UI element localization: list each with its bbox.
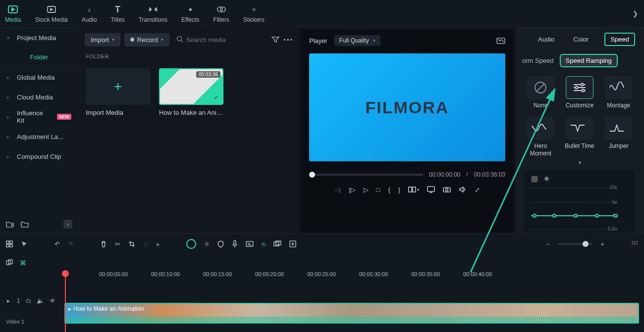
playhead[interactable] bbox=[65, 271, 66, 332]
player-panel: Player Full Quality▾ FILMORA 00:00:00:00… bbox=[302, 31, 512, 233]
zoom-out-icon[interactable]: − bbox=[546, 240, 550, 248]
subtitle-icon[interactable] bbox=[246, 240, 254, 247]
crop-icon[interactable] bbox=[128, 240, 135, 247]
more-tabs-chevron[interactable]: ❯ bbox=[630, 9, 640, 19]
preview-viewport[interactable]: FILMORA bbox=[309, 53, 505, 161]
preset-none[interactable]: None bbox=[525, 76, 556, 109]
layout-grid-icon[interactable] bbox=[6, 240, 13, 247]
redo-icon[interactable]: ↷ bbox=[68, 240, 73, 248]
play-icon[interactable]: ▷ bbox=[364, 186, 369, 193]
ai-face-icon[interactable] bbox=[186, 239, 196, 249]
keyframe-handle[interactable] bbox=[595, 214, 599, 218]
nesting-icon[interactable] bbox=[6, 259, 13, 266]
tab-effects[interactable]: ✦Effects bbox=[180, 2, 200, 25]
zoom-in-icon[interactable]: + bbox=[600, 240, 604, 248]
slider-knob-icon[interactable] bbox=[309, 172, 315, 178]
playback-slider[interactable] bbox=[309, 174, 423, 176]
link-icon[interactable]: ⌘ bbox=[20, 259, 26, 267]
svg-point-4 bbox=[177, 36, 181, 41]
subtab-speed-ramping[interactable]: Speed Ramping bbox=[560, 54, 618, 67]
search-input[interactable] bbox=[186, 36, 265, 44]
nav-project-media[interactable]: ▾Project Media bbox=[0, 28, 78, 47]
timeline-view-icon[interactable] bbox=[631, 240, 638, 247]
media-clip-card[interactable]: 00:03:36 ✓ How to Make an Anim... bbox=[159, 68, 223, 116]
more-icon[interactable]: ••• bbox=[283, 36, 293, 44]
stop-icon[interactable]: □ bbox=[376, 186, 380, 193]
preset-hero-moment[interactable]: Hero Moment bbox=[525, 117, 556, 157]
sparkle-icon: ✦ bbox=[185, 4, 196, 15]
tab-transitions[interactable]: Transitions bbox=[138, 2, 168, 25]
total-time: 00:03:36:03 bbox=[474, 171, 505, 178]
panel-tab-color[interactable]: Color bbox=[570, 34, 591, 45]
keyframe-handle[interactable] bbox=[614, 214, 618, 218]
import-media-card[interactable]: + Import Media bbox=[86, 68, 150, 116]
keyframe-handle[interactable] bbox=[552, 214, 556, 218]
panel-tab-speed[interactable]: Speed bbox=[604, 33, 635, 46]
cursor-select-icon[interactable] bbox=[21, 240, 28, 247]
timeline-clip[interactable]: ▸How to Make an Animation bbox=[64, 303, 639, 324]
split-icon[interactable]: ✂ bbox=[115, 240, 120, 248]
quality-dropdown[interactable]: Full Quality▾ bbox=[334, 35, 380, 46]
beat-detect-icon[interactable]: ♫ bbox=[143, 240, 148, 248]
undo-icon[interactable]: ↶ bbox=[54, 240, 60, 248]
more-tools-icon[interactable]: » bbox=[156, 240, 160, 248]
mic-icon[interactable] bbox=[232, 240, 238, 248]
group-icon[interactable] bbox=[273, 240, 281, 247]
keyframe-handle[interactable] bbox=[533, 214, 537, 218]
svg-rect-19 bbox=[10, 244, 12, 247]
nav-folder-tab[interactable]: Folder bbox=[0, 47, 78, 67]
enhance-icon[interactable]: ✺ bbox=[204, 240, 210, 248]
zoom-slider[interactable] bbox=[558, 243, 592, 245]
freeze-frame-icon[interactable]: ❄ bbox=[544, 175, 549, 183]
marker-icon[interactable]: ⎋ bbox=[262, 240, 266, 248]
mark-out-icon[interactable]: } bbox=[398, 186, 400, 193]
display-monitor-icon[interactable] bbox=[427, 186, 435, 193]
prev-frame-icon[interactable]: ◁| bbox=[334, 186, 341, 193]
tab-audio[interactable]: ♪Audio bbox=[81, 2, 98, 25]
shield-icon[interactable] bbox=[217, 240, 224, 248]
keyframe-add-icon[interactable] bbox=[289, 240, 296, 247]
media-library-panel: Import▾ Record▾ ••• FOLDER + Import Medi… bbox=[79, 28, 299, 233]
new-folder-icon[interactable] bbox=[6, 221, 14, 228]
search-media[interactable] bbox=[173, 36, 268, 44]
collapse-sidebar-icon[interactable]: ‹ bbox=[63, 220, 72, 229]
subtab-uniform-speed[interactable]: orm Speed bbox=[522, 57, 554, 64]
folder-icon[interactable] bbox=[21, 221, 29, 228]
display-options-icon[interactable]: ▾ bbox=[408, 186, 419, 193]
mute-icon[interactable]: 🔈 bbox=[37, 297, 44, 304]
tab-stickers[interactable]: ✧Stickers bbox=[242, 2, 266, 25]
volume-icon[interactable] bbox=[459, 186, 467, 193]
tab-stock-media[interactable]: Stock Media bbox=[34, 2, 69, 25]
nav-cloud-media[interactable]: ▸Cloud Media bbox=[0, 87, 78, 107]
preset-montage[interactable]: Montage bbox=[603, 76, 634, 109]
zoom-knob-icon[interactable] bbox=[583, 241, 589, 247]
preset-bullet-time[interactable]: Bullet Time bbox=[564, 117, 595, 157]
nav-influence-kit[interactable]: ▸Influence KitNEW bbox=[0, 107, 78, 127]
keyframe-handle[interactable] bbox=[574, 214, 578, 218]
delete-icon[interactable] bbox=[100, 240, 107, 247]
import-dropdown[interactable]: Import▾ bbox=[85, 33, 120, 47]
preset-customize[interactable]: Customize bbox=[564, 76, 595, 109]
nav-adjustment-layer[interactable]: ▸Adjustment La... bbox=[0, 127, 78, 146]
camera-icon[interactable] bbox=[443, 186, 451, 193]
timeline-ruler[interactable]: 00:00:05:0000:00:10:0000:00:15:0000:00:2… bbox=[64, 271, 644, 287]
nav-compound-clip[interactable]: ▸Compound Clip bbox=[0, 146, 78, 166]
visibility-icon[interactable]: 👁 bbox=[49, 297, 56, 304]
playhead-handle-icon[interactable] bbox=[62, 270, 69, 277]
tab-titles[interactable]: TTitles bbox=[109, 2, 125, 25]
graph-toggle-icon[interactable] bbox=[531, 176, 538, 183]
filter-icon[interactable] bbox=[271, 36, 279, 43]
expand-presets-icon[interactable]: ▾ bbox=[515, 159, 644, 166]
tab-filters[interactable]: Filters bbox=[212, 2, 230, 25]
record-dropdown[interactable]: Record▾ bbox=[124, 33, 169, 47]
panel-tab-audio[interactable]: Audio bbox=[535, 34, 557, 45]
snapshot-icon[interactable] bbox=[496, 37, 505, 44]
video-track-header[interactable]: ▸ 1 🗀 🔈 👁 bbox=[0, 297, 64, 304]
step-back-icon[interactable]: |▷ bbox=[349, 186, 355, 193]
nav-global-media[interactable]: ▸Global Media bbox=[0, 67, 78, 87]
mark-in-icon[interactable]: { bbox=[388, 186, 390, 193]
preset-jumper[interactable]: Jumper bbox=[603, 117, 634, 157]
fullscreen-icon[interactable]: ⤢ bbox=[475, 186, 480, 193]
tab-media[interactable]: Media bbox=[4, 2, 22, 25]
folder-icon[interactable]: 🗀 bbox=[25, 297, 32, 304]
